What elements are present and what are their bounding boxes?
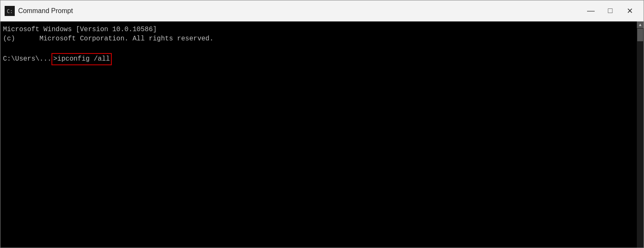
terminal-line-2: (c) Microsoft Corporation. All rights re… [3, 34, 641, 43]
terminal-prompt-line: C:\Users\...>ipconfig /all [3, 53, 641, 65]
terminal-line-3 [3, 44, 641, 53]
cmd-window: C: Command Prompt — □ ✕ Microsoft Window… [0, 0, 644, 248]
scrollbar[interactable]: ▲ [637, 21, 644, 248]
command-text: >ipconfig /all [51, 53, 111, 65]
terminal-body[interactable]: Microsoft Windows [Version 10.0.10586] (… [0, 21, 644, 248]
svg-text:C:: C: [7, 8, 13, 14]
scrollbar-thumb[interactable] [637, 29, 643, 41]
prompt-prefix: C:\Users\... [3, 54, 51, 64]
minimize-button[interactable]: — [581, 0, 601, 21]
cmd-icon: C: [5, 6, 15, 16]
window-controls: — □ ✕ [581, 0, 639, 21]
window-title: Command Prompt [18, 7, 581, 15]
scrollbar-up-button[interactable]: ▲ [637, 21, 644, 28]
title-bar: C: Command Prompt — □ ✕ [0, 0, 644, 21]
terminal-line-1: Microsoft Windows [Version 10.0.10586] [3, 25, 641, 34]
scrollbar-track[interactable] [637, 28, 644, 248]
close-button[interactable]: ✕ [620, 0, 639, 21]
maximize-button[interactable]: □ [601, 0, 620, 21]
